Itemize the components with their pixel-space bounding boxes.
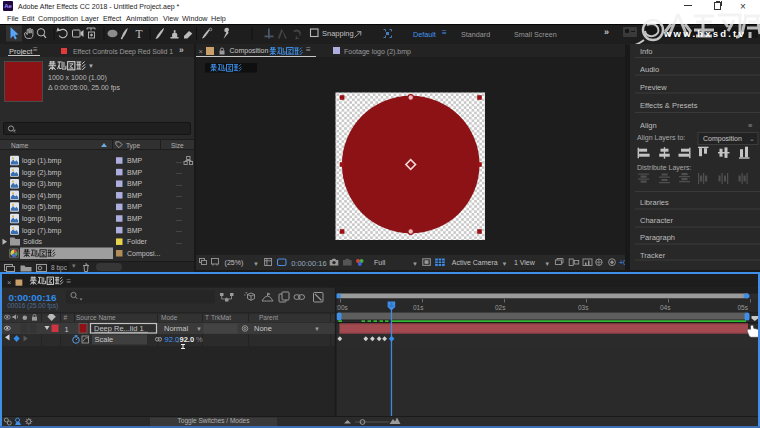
svg-text:1: 1 bbox=[65, 325, 69, 334]
svg-text:BMP: BMP bbox=[127, 168, 143, 175]
svg-text:Deep Re...lid 1: Deep Re...lid 1 bbox=[94, 324, 144, 333]
svg-text:Parent: Parent bbox=[259, 314, 278, 321]
svg-text:⌄: ⌄ bbox=[749, 135, 755, 142]
svg-text:Align: Align bbox=[640, 121, 657, 130]
svg-text:logo (7).bmp: logo (7).bmp bbox=[22, 226, 61, 234]
svg-text:logo (5).bmp: logo (5).bmp bbox=[22, 203, 61, 211]
svg-text:Audio: Audio bbox=[640, 65, 659, 74]
svg-text:▼: ▼ bbox=[314, 326, 320, 332]
svg-text:Solids: Solids bbox=[23, 238, 43, 245]
svg-text:92.0: 92.0 bbox=[180, 335, 195, 344]
svg-text:Info: Info bbox=[640, 47, 653, 56]
svg-text:TrkMat: TrkMat bbox=[211, 314, 231, 321]
svg-text:BMP: BMP bbox=[127, 157, 143, 164]
svg-text:03s: 03s bbox=[578, 304, 589, 311]
svg-text:Mode: Mode bbox=[161, 314, 178, 321]
svg-text:Preview: Preview bbox=[640, 83, 667, 92]
svg-text:Character: Character bbox=[640, 216, 673, 225]
svg-text:Folder: Folder bbox=[127, 238, 148, 245]
svg-text:Tracker: Tracker bbox=[640, 251, 666, 260]
svg-text:Paragraph: Paragraph bbox=[640, 233, 675, 242]
svg-text:Source Name: Source Name bbox=[76, 314, 116, 321]
svg-text::00s: :00s bbox=[336, 304, 349, 311]
svg-text:▼: ▼ bbox=[253, 261, 259, 267]
svg-text:Snapping: Snapping bbox=[322, 29, 354, 38]
svg-text:(25%): (25%) bbox=[225, 259, 244, 267]
svg-text:...: ... bbox=[176, 156, 182, 163]
svg-text:▼: ▼ bbox=[544, 261, 550, 267]
svg-text:...: ... bbox=[176, 202, 182, 209]
svg-text:logo (3).bmp: logo (3).bmp bbox=[22, 180, 61, 188]
svg-text:Composi...: Composi... bbox=[127, 249, 161, 257]
svg-text:Effects & Presets: Effects & Presets bbox=[640, 101, 698, 110]
svg-text:Active Camera: Active Camera bbox=[452, 259, 498, 266]
svg-text:▼: ▼ bbox=[502, 261, 508, 267]
svg-text:...: ... bbox=[176, 237, 182, 244]
svg-text:▼: ▼ bbox=[412, 261, 418, 267]
svg-text:×: × bbox=[7, 278, 11, 287]
svg-text:logo (2).bmp: logo (2).bmp bbox=[22, 168, 61, 176]
svg-text:BMP: BMP bbox=[127, 180, 143, 187]
svg-text:BMP: BMP bbox=[127, 191, 143, 198]
svg-text:T: T bbox=[136, 28, 143, 40]
svg-text:BMP: BMP bbox=[127, 226, 143, 233]
svg-text:Libraries: Libraries bbox=[640, 198, 669, 207]
svg-text:1 View: 1 View bbox=[514, 259, 536, 266]
svg-text:Align Layers to:: Align Layers to: bbox=[637, 134, 685, 142]
svg-text:None: None bbox=[254, 324, 272, 333]
svg-text:00016 (25.00 fps): 00016 (25.00 fps) bbox=[7, 302, 58, 310]
svg-text:logo (1).bmp: logo (1).bmp bbox=[22, 157, 61, 165]
svg-text:Scale: Scale bbox=[95, 335, 114, 344]
svg-text:...: ... bbox=[176, 168, 182, 175]
svg-text:01s: 01s bbox=[413, 304, 424, 311]
svg-text:05s: 05s bbox=[738, 304, 749, 311]
svg-text:+0: +0 bbox=[619, 259, 625, 266]
svg-text:logo (6).bmp: logo (6).bmp bbox=[22, 215, 61, 223]
svg-text:...: ... bbox=[176, 179, 182, 186]
svg-text:BMP: BMP bbox=[127, 203, 143, 210]
svg-text:...: ... bbox=[176, 191, 182, 198]
svg-text:BMP: BMP bbox=[127, 215, 143, 222]
svg-text:02s: 02s bbox=[495, 304, 506, 311]
svg-text:04s: 04s bbox=[660, 304, 671, 311]
svg-text:Normal: Normal bbox=[164, 324, 189, 333]
svg-text:T: T bbox=[205, 314, 209, 321]
svg-text:Toggle Switches / Modes: Toggle Switches / Modes bbox=[178, 417, 251, 425]
svg-text:0:00:00:16: 0:00:00:16 bbox=[291, 259, 326, 268]
svg-text:#: # bbox=[64, 314, 68, 321]
svg-text:≡: ≡ bbox=[67, 277, 72, 286]
svg-text:...: ... bbox=[176, 214, 182, 221]
svg-text:Full: Full bbox=[374, 259, 386, 266]
svg-text:%: % bbox=[196, 335, 203, 344]
svg-text:≡: ≡ bbox=[748, 121, 753, 130]
svg-text:www.hxsd.tv: www.hxsd.tv bbox=[663, 28, 746, 39]
svg-text:Composition: Composition bbox=[703, 135, 742, 143]
svg-text:Distribute Layers:: Distribute Layers: bbox=[637, 164, 692, 172]
svg-text:...: ... bbox=[176, 226, 182, 233]
svg-text:▼: ▼ bbox=[196, 326, 202, 332]
svg-text:logo (4).bmp: logo (4).bmp bbox=[22, 191, 61, 199]
